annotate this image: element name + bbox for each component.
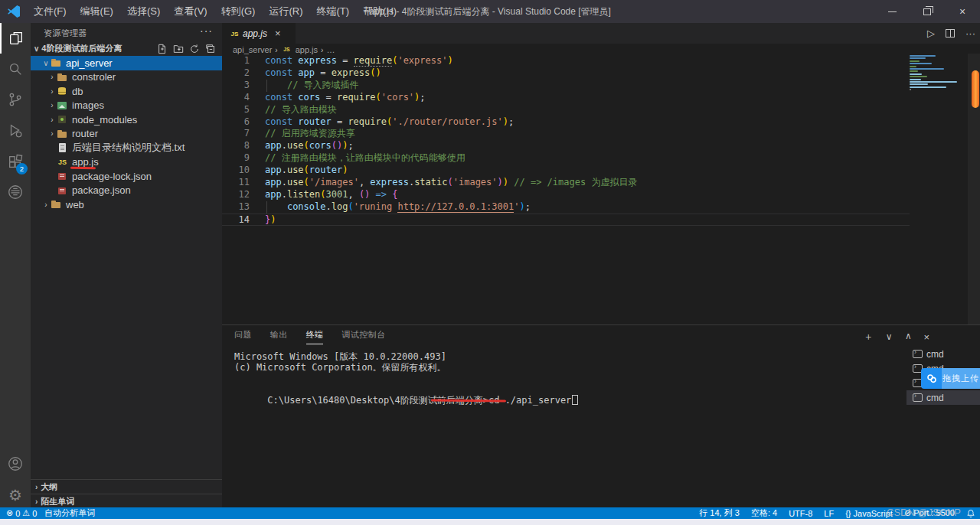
file-tree-item-api_server[interactable]: ∨api_server bbox=[31, 56, 222, 70]
file-tree-item-router[interactable]: ›router bbox=[31, 127, 222, 142]
menu-item-查看[interactable]: 查看(V) bbox=[167, 0, 214, 23]
unknown-words-section[interactable]: › 陌生单词 bbox=[31, 494, 222, 508]
close-button[interactable]: × bbox=[945, 0, 980, 23]
code-line-9[interactable]: 9// 注册路由模块，让路由模块中的代码能够使用 bbox=[222, 152, 910, 165]
code-line-14[interactable]: 14}) bbox=[222, 214, 910, 226]
run-debug-activity-button[interactable] bbox=[0, 116, 31, 146]
terminal-output[interactable]: Microsoft Windows [版本 10.0.22000.493](c)… bbox=[234, 351, 446, 373]
minimize-button[interactable] bbox=[874, 0, 910, 23]
code-line-7[interactable]: 7// 启用跨域资源共享 bbox=[222, 128, 910, 140]
menu-item-帮助[interactable]: 帮助(H) bbox=[356, 0, 403, 23]
terminal-dropdown-button[interactable]: ∨ bbox=[886, 331, 893, 342]
cloud-extension-activity-button[interactable] bbox=[0, 177, 31, 207]
new-folder-button[interactable] bbox=[173, 44, 184, 54]
tab-close-icon[interactable]: × bbox=[275, 28, 281, 39]
code-line-4[interactable]: 4const cors = require('cors'); bbox=[222, 92, 910, 104]
code-line-13[interactable]: 13 console.log('runing http://127.0.0.1:… bbox=[222, 201, 910, 214]
code-token bbox=[370, 189, 375, 200]
terminal-prompt-line[interactable]: C:\Users\16480\Desktop\4阶段测试前后端分离>cd ./a… bbox=[234, 383, 578, 429]
upload-widget[interactable]: 拖拽上传 bbox=[921, 368, 980, 389]
warning-icon: ⚠ bbox=[22, 508, 30, 518]
status-item--4[interactable]: 空格: 4 bbox=[751, 507, 777, 519]
breadcrumb-folder[interactable]: api_server bbox=[233, 45, 272, 54]
status-item--port-5500[interactable]: ⊘ Port : 5500 bbox=[904, 508, 955, 518]
split-editor-button[interactable] bbox=[946, 29, 955, 38]
menu-item-选择[interactable]: 选择(S) bbox=[120, 0, 167, 23]
code-token: ) bbox=[342, 165, 348, 175]
code-line-6[interactable]: 6const router = require('./router/router… bbox=[222, 116, 910, 129]
file-tree-item-package-lock.json[interactable]: package-lock.json bbox=[31, 169, 222, 184]
workspace-section-header[interactable]: ∨ 4阶段测试前后端分离 bbox=[31, 41, 222, 56]
file-tree-item-images[interactable]: ›images bbox=[31, 99, 222, 113]
settings-button[interactable]: ⚙ bbox=[0, 480, 31, 510]
editor-more-actions-button[interactable]: ··· bbox=[965, 28, 975, 39]
terminal-list-item[interactable]: cmd bbox=[906, 347, 980, 361]
status-item--javascript[interactable]: {} JavaScript bbox=[845, 509, 893, 518]
file-tree-item-app.js[interactable]: JSapp.js bbox=[31, 155, 222, 170]
minimap[interactable] bbox=[910, 55, 960, 98]
file-name: package-lock.json bbox=[72, 171, 152, 182]
code-line-1[interactable]: 1const express = require('express') bbox=[222, 55, 910, 67]
notifications-bell-button[interactable] bbox=[966, 509, 975, 518]
source-control-activity-button[interactable] bbox=[0, 84, 31, 115]
terminal-list-item[interactable]: cmd bbox=[906, 390, 980, 405]
file-tree-item-node_modules[interactable]: ›node_modules bbox=[31, 112, 222, 127]
file-tree-item-后端目录结构说明文档.txt[interactable]: 后端目录结构说明文档.txt bbox=[31, 141, 222, 155]
status-item-lf[interactable]: LF bbox=[824, 509, 834, 518]
code-token: express bbox=[298, 55, 342, 66]
tab-appjs[interactable]: JS app.js × bbox=[222, 23, 296, 44]
file-tree-item-package.json[interactable]: package.json bbox=[31, 184, 222, 198]
new-file-button[interactable] bbox=[157, 44, 168, 54]
close-panel-button[interactable]: × bbox=[923, 331, 929, 343]
chevron-right-icon: › bbox=[35, 483, 38, 491]
menu-item-运行[interactable]: 运行(R) bbox=[262, 0, 309, 23]
restore-button[interactable] bbox=[910, 0, 945, 23]
line-number: 12 bbox=[222, 189, 250, 201]
file-tree-item-db[interactable]: ›db bbox=[31, 84, 222, 99]
refresh-icon[interactable] bbox=[189, 44, 200, 54]
outline-section[interactable]: › 大纲 bbox=[31, 479, 222, 494]
panel-tab-问题[interactable]: 问题 bbox=[234, 329, 252, 344]
extensions-activity-button[interactable]: 2 bbox=[0, 147, 31, 178]
code-line-8[interactable]: 8app.use(cors()); bbox=[222, 140, 910, 152]
explorer-activity-button[interactable] bbox=[0, 23, 31, 54]
editor-actions: ▷ ··· bbox=[927, 23, 975, 44]
new-terminal-button[interactable]: ＋ bbox=[864, 330, 874, 344]
code-line-3[interactable]: 3 // 导入跨域插件 bbox=[222, 80, 910, 92]
chevron-right-icon: › bbox=[47, 129, 57, 138]
code-text: const router = require('./router/router.… bbox=[250, 116, 514, 129]
word-analyzer-status[interactable]: 自动分析单词 bbox=[44, 507, 95, 519]
menu-item-终端[interactable]: 终端(T) bbox=[309, 0, 356, 23]
code-line-5[interactable]: 5// 导入路由模块 bbox=[222, 104, 910, 116]
run-file-button[interactable]: ▷ bbox=[927, 28, 935, 39]
breadcrumb-symbol[interactable]: … bbox=[326, 45, 335, 54]
menu-item-转到[interactable]: 转到(G) bbox=[214, 0, 263, 23]
maximize-panel-button[interactable]: ∨ bbox=[905, 331, 912, 342]
folder-open-icon bbox=[51, 57, 62, 68]
menu-item-文件[interactable]: 文件(F) bbox=[27, 0, 74, 23]
status-item-utf-8[interactable]: UTF-8 bbox=[789, 509, 812, 518]
file-tree-item-web[interactable]: ›web bbox=[31, 197, 222, 212]
code-line-10[interactable]: 10app.use(router) bbox=[222, 165, 910, 177]
code-line-2[interactable]: 2const app = express() bbox=[222, 67, 910, 80]
breadcrumb-file[interactable]: app.js bbox=[296, 45, 318, 54]
panel-tab-输出[interactable]: 输出 bbox=[270, 329, 288, 344]
status-item--14-3[interactable]: 行 14, 列 3 bbox=[699, 507, 740, 519]
file-tree-item-constroler[interactable]: ›constroler bbox=[31, 70, 222, 85]
code-token: use bbox=[287, 140, 304, 151]
panel-tab-调试控制台[interactable]: 调试控制台 bbox=[341, 329, 385, 344]
minimap-line bbox=[910, 60, 920, 62]
file-name: package.json bbox=[72, 184, 131, 196]
code-token: { bbox=[392, 189, 397, 200]
menu-item-编辑[interactable]: 编辑(E) bbox=[74, 0, 120, 23]
sidebar-more-actions-button[interactable]: ··· bbox=[200, 24, 213, 37]
collapse-all-button[interactable] bbox=[205, 44, 216, 54]
line-number: 13 bbox=[222, 201, 250, 214]
code-line-12[interactable]: 12app.listen(3001, () => { bbox=[222, 189, 910, 201]
accounts-button[interactable] bbox=[0, 448, 31, 479]
code-token: const bbox=[265, 92, 298, 103]
search-activity-button[interactable] bbox=[0, 54, 31, 84]
code-line-11[interactable]: 11app.use('/images', express.static('ima… bbox=[222, 177, 910, 189]
problems-status[interactable]: ⊗0 ⚠0 bbox=[6, 508, 37, 518]
panel-tab-终端[interactable]: 终端 bbox=[306, 329, 324, 344]
